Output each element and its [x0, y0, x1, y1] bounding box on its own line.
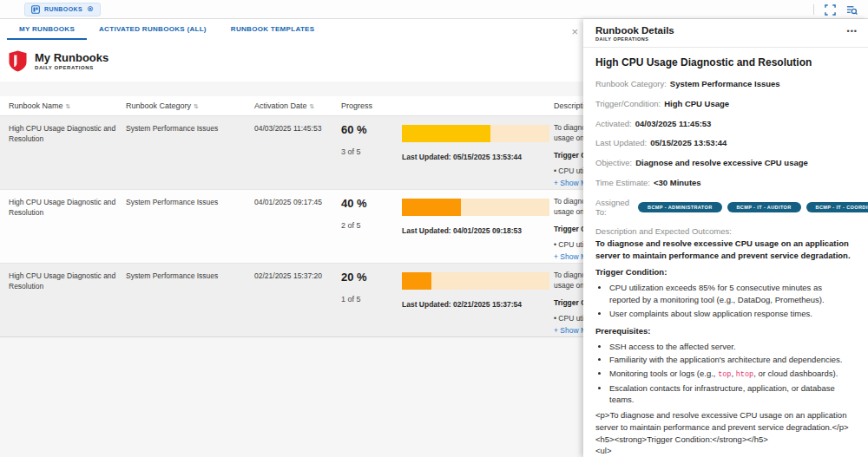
trigger-condition-label: Trigger Condition: [554, 298, 583, 307]
main-area: MY RUNBOOKS ACTIVATED RUNBOOKS (ALL) RUN… [0, 19, 868, 457]
description-outcomes-label: Description and Expected Outcomes: [595, 226, 854, 236]
tab-runbook-templates[interactable]: RUNBOOK TEMPLATES [219, 19, 327, 40]
runbooks-workspace-tab[interactable]: RUNBOOKS ⊗ [24, 3, 101, 16]
list-item: Monitoring tools or logs (e.g., top, hto… [609, 368, 854, 380]
trigger-condition-label: Trigger Condition: [554, 151, 583, 160]
code-htop: htop [736, 370, 753, 379]
progress-cell: 40 % 2 of 5 [341, 190, 402, 230]
description-preview: To diagnose and resolve excessive CPU us… [554, 123, 583, 144]
progress-cell: 20 % 1 of 5 [341, 264, 402, 304]
progress-bar-cell: Last Updated: 05/15/2025 13:53:44 [402, 116, 554, 161]
column-header-runbook-category[interactable]: Runbook Category⇅ [126, 96, 254, 115]
close-workspace-tab-icon[interactable]: ⊗ [87, 5, 94, 13]
progress-cell: 60 % 3 of 5 [341, 116, 402, 156]
assigned-to-label: Assigned To: [595, 198, 629, 217]
preview-search-icon[interactable] [846, 3, 858, 15]
runbooks-shield-logo-icon [9, 50, 27, 72]
field-activated: Activated:04/03/2025 11:45:53 [595, 119, 854, 130]
field-objective: Objective:Diagnose and resolve excessive… [595, 158, 854, 169]
progress-bar [402, 272, 549, 290]
activation-date-cell: 04/03/2025 11:45:53 [254, 116, 341, 134]
assignee-badge: BCMP - ADMINISTRATOR [638, 202, 721, 212]
progress-bar-cell: Last Updated: 04/01/2025 09:18:53 [402, 190, 554, 235]
progress-steps: 1 of 5 [341, 295, 393, 304]
show-more-link[interactable]: + Show More [554, 326, 583, 335]
progress-bar [402, 199, 549, 216]
runbooks-content: MY RUNBOOKS ACTIVATED RUNBOOKS (ALL) RUN… [0, 19, 583, 457]
top-bar: RUNBOOKS ⊗ [0, 0, 868, 19]
sort-icon[interactable]: ⇅ [66, 103, 71, 109]
progress-bar-cell: Last Updated: 02/21/2025 15:37:54 [402, 264, 554, 309]
raw-html-line: <p>To diagnose and resolve excessive CPU… [595, 409, 854, 434]
runbook-name-cell: High CPU Usage Diagnostic and Resolution [0, 116, 126, 145]
more-options-icon[interactable]: ••• [847, 27, 858, 36]
table-header-row: Runbook Name⇅ Runbook Category⇅ Activati… [0, 96, 583, 116]
list-item: CPU utilization exceeds 85% for 5 consec… [609, 282, 854, 306]
runbooks-table: Runbook Name⇅ Runbook Category⇅ Activati… [0, 96, 583, 337]
description-preview: To diagnose and resolve excessive CPU us… [554, 271, 583, 291]
progress-percent: 60 % [341, 123, 393, 136]
details-panel-title: Runbook Details [595, 25, 856, 36]
list-item: User complaints about slow application r… [609, 308, 854, 320]
tab-my-runbooks[interactable]: MY RUNBOOKS [7, 19, 87, 40]
progress-bar-fill [402, 199, 461, 216]
app-window: RUNBOOKS ⊗ MY R [0, 0, 868, 457]
progress-steps: 3 of 5 [341, 147, 393, 156]
runbook-category-cell: System Performance Issues [126, 116, 254, 134]
last-updated-label: Last Updated: 05/15/2025 13:53:44 [402, 153, 545, 161]
assigned-to-row: Assigned To: BCMP - ADMINISTRATOR BCMP -… [595, 198, 854, 217]
fullscreen-icon[interactable] [825, 3, 836, 15]
runbook-detail-title: High CPU Usage Diagnostic and Resolution [595, 56, 854, 69]
page-subtitle: DAILY OPERATIONS [35, 65, 108, 70]
table-row[interactable]: High CPU Usage Diagnostic and Resolution… [0, 116, 583, 190]
details-panel-body: High CPU Usage Diagnostic and Resolution… [583, 48, 868, 456]
page-header: My Runbooks DAILY OPERATIONS [0, 40, 583, 82]
kanban-icon [31, 5, 40, 14]
progress-bar-fill [402, 125, 490, 142]
close-icon[interactable]: × [571, 26, 578, 37]
trigger-condition-heading: Trigger Condition: [595, 267, 854, 277]
progress-bar [402, 125, 549, 142]
last-updated-label: Last Updated: 04/01/2025 09:18:53 [402, 226, 545, 235]
details-panel-header: Runbook Details DAILY OPERATIONS ••• [583, 19, 868, 48]
page-title: My Runbooks [35, 51, 108, 64]
topbar-actions [813, 3, 858, 15]
field-trigger-condition: Trigger/Condition:High CPU Usage [595, 99, 854, 110]
show-more-link[interactable]: + Show More [554, 179, 583, 187]
progress-bar-fill [402, 272, 431, 290]
runbook-category-cell: System Performance Issues [126, 190, 254, 207]
assignee-badge: BCMP - IT - COORDINATOR [806, 202, 868, 212]
trigger-condition-label: Trigger Condition: [554, 225, 583, 233]
show-more-link[interactable]: + Show More [554, 252, 583, 261]
details-panel-subtitle: DAILY OPERATIONS [595, 36, 856, 42]
list-item: SSH access to the affected server. [609, 341, 854, 353]
runbook-details-panel: Runbook Details DAILY OPERATIONS ••• Hig… [583, 19, 868, 457]
description-cell: To diagnose and resolve excessive CPU us… [554, 190, 583, 261]
description-preview: To diagnose and resolve excessive CPU us… [554, 197, 583, 218]
prerequisites-heading: Prerequisites: [595, 326, 854, 336]
runbook-name-cell: High CPU Usage Diagnostic and Resolution [0, 190, 126, 219]
column-header-activation-date[interactable]: Activation Date⇅ [254, 96, 341, 115]
raw-html-line: <ul> [595, 445, 854, 456]
table-row[interactable]: High CPU Usage Diagnostic and Resolution… [0, 190, 583, 264]
progress-steps: 2 of 5 [341, 221, 393, 230]
tab-activated-runbooks[interactable]: ACTIVATED RUNBOOKS (ALL) [87, 19, 219, 40]
sort-icon[interactable]: ⇅ [310, 103, 315, 109]
field-last-updated: Last Updated:05/15/2025 13:53:44 [595, 138, 854, 149]
runbook-category-cell: System Performance Issues [126, 264, 254, 281]
sort-icon[interactable]: ⇅ [194, 103, 199, 109]
raw-html-line: <h5><strong>Trigger Condition:</strong><… [595, 434, 854, 446]
activation-date-cell: 02/21/2025 15:37:20 [254, 264, 341, 281]
field-time-estimate: Time Estimate:<30 Minutes [595, 178, 854, 189]
description-text: To diagnose and resolve excessive CPU us… [595, 238, 854, 262]
progress-percent: 40 % [341, 197, 393, 210]
description-bullet: • CPU utilization exceeds 85% for 5 cons… [554, 166, 583, 175]
trigger-condition-list: CPU utilization exceeds 85% for 5 consec… [609, 282, 854, 319]
column-header-runbook-name[interactable]: Runbook Name⇅ [0, 96, 126, 115]
column-header-spacer [402, 96, 554, 107]
table-row[interactable]: High CPU Usage Diagnostic and Resolution… [0, 264, 583, 337]
progress-percent: 20 % [341, 271, 393, 284]
runbooks-tab-label: RUNBOOKS [44, 6, 82, 12]
column-header-progress: Progress [341, 96, 402, 115]
last-updated-label: Last Updated: 02/21/2025 15:37:54 [402, 300, 545, 309]
